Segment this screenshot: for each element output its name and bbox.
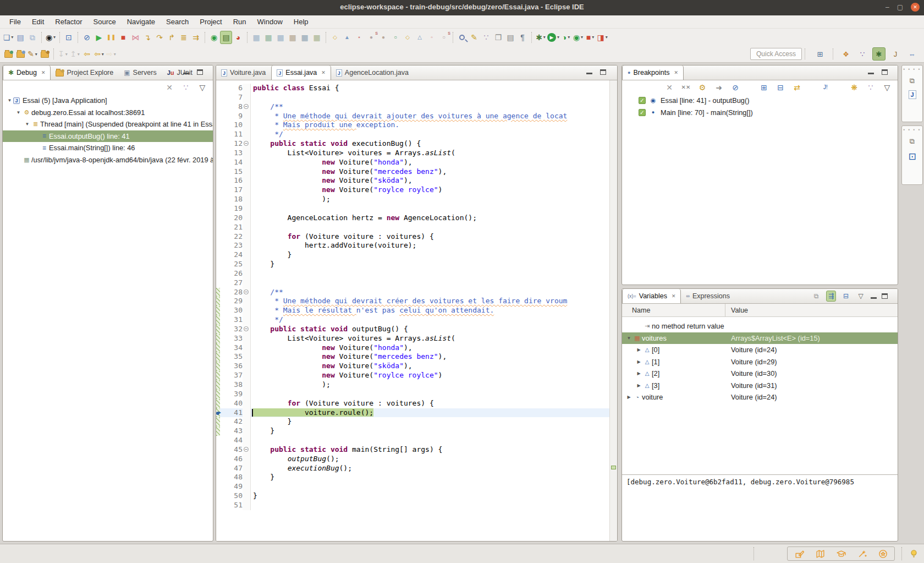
code-line[interactable]: 26: [216, 269, 609, 278]
code-line[interactable]: 41 voiture.roule();: [216, 408, 609, 418]
last-edit-location-icon[interactable]: ↧▾: [57, 47, 69, 61]
code-line[interactable]: 42 }: [216, 417, 609, 427]
line-number[interactable]: 39: [220, 390, 243, 399]
use-step-filters-icon[interactable]: ⇉: [190, 31, 202, 44]
menu-refactor[interactable]: Refactor: [50, 17, 87, 27]
code-line[interactable]: 21: [216, 223, 609, 232]
code-line[interactable]: 27: [216, 278, 609, 288]
line-number[interactable]: 9: [220, 112, 243, 121]
code-line[interactable]: 10 * Mais produit une exception.: [216, 121, 609, 130]
maximize-view-icon[interactable]: [197, 69, 203, 75]
dropdown-caret-icon[interactable]: ▾: [568, 35, 570, 40]
menu-window[interactable]: Window: [252, 17, 288, 27]
menu-project[interactable]: Project: [195, 17, 227, 27]
code-line[interactable]: 20 AgenceLocation hertz = new AgenceLoca…: [216, 214, 609, 223]
debug-tree-item[interactable]: ▦/usr/lib/jvm/java-8-openjdk-amd64/bin/j…: [3, 154, 213, 166]
close-icon[interactable]: ✕: [674, 70, 678, 75]
code-line[interactable]: 30 * Mais le résultat n'est pas celui qu…: [216, 306, 609, 315]
code-line[interactable]: 33 List<Voiture> voitures = Arrays.asLis…: [216, 334, 609, 343]
line-number[interactable]: 13: [220, 149, 243, 158]
show-whitespace-icon[interactable]: ¶: [516, 31, 529, 44]
code-line[interactable]: 34 new Voiture("honda"),: [216, 343, 609, 353]
minimize-view-icon[interactable]: [183, 70, 189, 74]
star-badge-icon[interactable]: [878, 549, 888, 559]
code-line[interactable]: 18 );: [216, 195, 609, 204]
highlighter-icon[interactable]: ✎: [468, 31, 480, 44]
code-line[interactable]: 8− /**: [216, 102, 609, 112]
line-number[interactable]: 47: [220, 464, 243, 473]
planning-perspective-button[interactable]: ❖: [839, 47, 853, 61]
outline-list-icon[interactable]: ▤: [504, 31, 516, 44]
search-icon[interactable]: [456, 31, 468, 44]
external-tools-icon[interactable]: ◨▾: [596, 31, 608, 44]
tree-expander-icon[interactable]: ▶: [635, 371, 642, 376]
line-number[interactable]: 19: [220, 204, 243, 214]
code-line[interactable]: 14 new Voiture("honda"),: [216, 158, 609, 167]
save-all-icon[interactable]: ⧉: [26, 31, 38, 44]
code-line[interactable]: 29 * Une méthode qui devrait créer des v…: [216, 297, 609, 306]
forward-icon[interactable]: ⇨▾: [105, 47, 117, 61]
fold-collapse-icon[interactable]: −: [244, 447, 249, 452]
tree-expander-icon[interactable]: ▼: [625, 336, 632, 341]
goto-file-icon[interactable]: ➜: [713, 81, 725, 94]
maximize-view-icon[interactable]: [882, 69, 888, 75]
variable-row[interactable]: ▶◔voitureVoiture (id=24): [622, 391, 898, 403]
line-number[interactable]: 7: [220, 93, 243, 102]
line-number[interactable]: 27: [220, 278, 243, 288]
expand-all-icon[interactable]: ⊞: [758, 81, 770, 94]
skip-all-breakpoints-icon[interactable]: ⊘: [81, 31, 93, 44]
remove-all-icon[interactable]: ✕✕: [680, 81, 692, 94]
magic-wand-icon[interactable]: [857, 549, 867, 559]
run-history-icon[interactable]: ◉▾: [572, 31, 584, 44]
minimize-window-button[interactable]: –: [886, 2, 889, 12]
marker-ring-green-icon[interactable]: ○: [389, 31, 402, 44]
remove-all-terminated-icon[interactable]: ✕: [163, 81, 175, 94]
line-number[interactable]: 37: [220, 371, 243, 380]
breakpoint-item[interactable]: ✓●Main [line: 70] - main(String[]): [622, 107, 898, 119]
code-line[interactable]: 22 for (Voiture voiture : voitures) {: [216, 232, 609, 242]
line-number[interactable]: 21: [220, 223, 243, 232]
line-number[interactable]: 24: [220, 250, 243, 260]
line-number[interactable]: 12: [220, 139, 243, 149]
code-line[interactable]: 46 outputBug();: [216, 455, 609, 464]
tab-debug[interactable]: ✱Debug✕: [3, 65, 51, 80]
show-type-names-icon[interactable]: ⧉: [811, 291, 821, 302]
tab-breakpoints[interactable]: ●Breakpoints✕: [622, 65, 684, 80]
launch-shortcut-5-icon[interactable]: ▦: [299, 31, 311, 44]
variable-row[interactable]: ▼▦voituresArrays$ArrayList<E> (id=15): [622, 332, 898, 345]
marker-square-2-icon[interactable]: ▫: [426, 31, 438, 44]
code-line[interactable]: 28− /**: [216, 288, 609, 297]
back-to-last-edit-icon[interactable]: ⇦: [81, 47, 93, 61]
line-number[interactable]: 36: [220, 362, 243, 371]
line-number[interactable]: 17: [220, 185, 243, 195]
close-icon[interactable]: ✕: [321, 70, 326, 75]
line-number[interactable]: 34: [220, 343, 243, 353]
debug-filters-icon[interactable]: ∵: [180, 81, 192, 94]
fold-collapse-icon[interactable]: −: [244, 141, 249, 146]
terminate-relaunch-icon[interactable]: ◉: [208, 31, 220, 44]
add-java-exception-icon[interactable]: J!: [820, 81, 832, 94]
step-into-icon[interactable]: ↴: [141, 31, 153, 44]
code-line[interactable]: 39: [216, 390, 609, 399]
collapse-all-icon[interactable]: ⊟: [774, 81, 787, 94]
more-view-actions-icon[interactable]: ∵: [865, 81, 877, 94]
launch-shortcut-1-icon[interactable]: ▦: [250, 31, 262, 44]
code-line[interactable]: 11 */: [216, 130, 609, 139]
code-line[interactable]: 19: [216, 204, 609, 214]
dropdown-caret-icon[interactable]: ▾: [65, 52, 68, 57]
tab-project-explore[interactable]: Project Explore: [51, 65, 119, 80]
close-icon[interactable]: ✕: [672, 293, 676, 299]
editor-tab-essai-java[interactable]: JEssai.java✕: [271, 65, 331, 80]
line-number[interactable]: 29: [220, 297, 243, 306]
quick-access-input[interactable]: Quick Access: [750, 48, 802, 60]
show-next-statement-icon[interactable]: ≣: [178, 31, 190, 44]
view-menu-icon[interactable]: ▽: [196, 81, 208, 94]
tab-servers[interactable]: ▣Servers: [119, 65, 162, 80]
tab-expressions[interactable]: ∞Expressions: [681, 289, 735, 303]
dropdown-caret-icon[interactable]: ▾: [606, 35, 608, 40]
suspend-icon[interactable]: ❚❚: [105, 31, 117, 44]
restore-icon[interactable]: ⧉: [910, 137, 915, 146]
marker-dot-icon[interactable]: ●: [377, 31, 389, 44]
menu-navigate[interactable]: Navigate: [122, 17, 160, 27]
tree-expander-icon[interactable]: ▼: [24, 122, 31, 127]
